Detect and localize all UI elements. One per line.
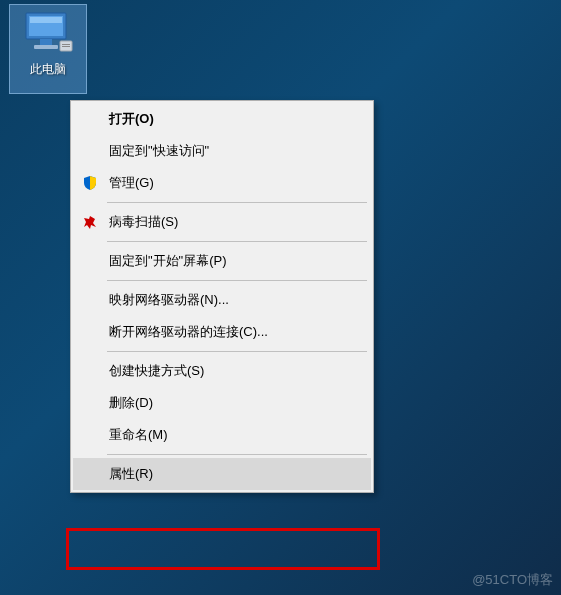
menu-label: 病毒扫描(S) — [109, 213, 178, 231]
menu-label: 打开(O) — [109, 110, 154, 128]
menu-label: 断开网络驱动器的连接(C)... — [109, 323, 268, 341]
svg-rect-4 — [34, 45, 58, 49]
menu-item-open[interactable]: 打开(O) — [73, 103, 371, 135]
watermark: @51CTO博客 — [472, 571, 553, 589]
antivirus-icon — [81, 213, 99, 231]
svg-rect-2 — [30, 17, 62, 23]
svg-rect-6 — [62, 44, 70, 45]
menu-label: 固定到"开始"屏幕(P) — [109, 252, 227, 270]
menu-item-create-shortcut[interactable]: 创建快捷方式(S) — [73, 355, 371, 387]
menu-label: 固定到"快速访问" — [109, 142, 209, 160]
menu-item-manage[interactable]: 管理(G) — [73, 167, 371, 199]
menu-label: 重命名(M) — [109, 426, 168, 444]
annotation-highlight-box — [66, 528, 380, 570]
menu-item-properties[interactable]: 属性(R) — [73, 458, 371, 490]
menu-label: 属性(R) — [109, 465, 153, 483]
menu-item-rename[interactable]: 重命名(M) — [73, 419, 371, 451]
desktop-icon-this-pc[interactable]: 此电脑 — [9, 4, 87, 94]
desktop-icon-label: 此电脑 — [30, 61, 66, 78]
svg-rect-7 — [62, 46, 70, 47]
menu-item-disconnect-network-drive[interactable]: 断开网络驱动器的连接(C)... — [73, 316, 371, 348]
menu-item-virus-scan[interactable]: 病毒扫描(S) — [73, 206, 371, 238]
menu-label: 创建快捷方式(S) — [109, 362, 204, 380]
menu-item-pin-quick-access[interactable]: 固定到"快速访问" — [73, 135, 371, 167]
menu-separator — [107, 351, 367, 352]
menu-label: 映射网络驱动器(N)... — [109, 291, 229, 309]
svg-rect-3 — [40, 39, 52, 45]
menu-label: 删除(D) — [109, 394, 153, 412]
menu-separator — [107, 454, 367, 455]
menu-separator — [107, 280, 367, 281]
context-menu: 打开(O) 固定到"快速访问" 管理(G) 病毒扫描(S) 固定到"开始"屏幕(… — [70, 100, 374, 493]
menu-item-delete[interactable]: 删除(D) — [73, 387, 371, 419]
menu-item-pin-start[interactable]: 固定到"开始"屏幕(P) — [73, 245, 371, 277]
menu-label: 管理(G) — [109, 174, 154, 192]
menu-separator — [107, 202, 367, 203]
menu-separator — [107, 241, 367, 242]
shield-icon — [81, 174, 99, 192]
computer-icon — [22, 11, 74, 53]
menu-item-map-network-drive[interactable]: 映射网络驱动器(N)... — [73, 284, 371, 316]
